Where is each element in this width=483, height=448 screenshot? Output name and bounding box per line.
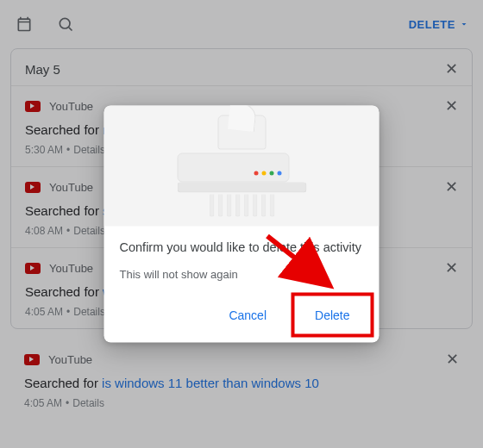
delete-button[interactable]: Delete	[308, 303, 356, 327]
dialog-title: Confirm you would like to delete this ac…	[120, 240, 364, 254]
confirm-dialog: Confirm you would like to delete this ac…	[104, 106, 380, 343]
cancel-button[interactable]: Cancel	[222, 303, 273, 327]
shredder-icon	[177, 115, 306, 217]
dialog-message: This will not show again	[120, 268, 364, 281]
dialog-illustration	[104, 106, 380, 227]
annotation-highlight: Delete	[291, 293, 373, 338]
